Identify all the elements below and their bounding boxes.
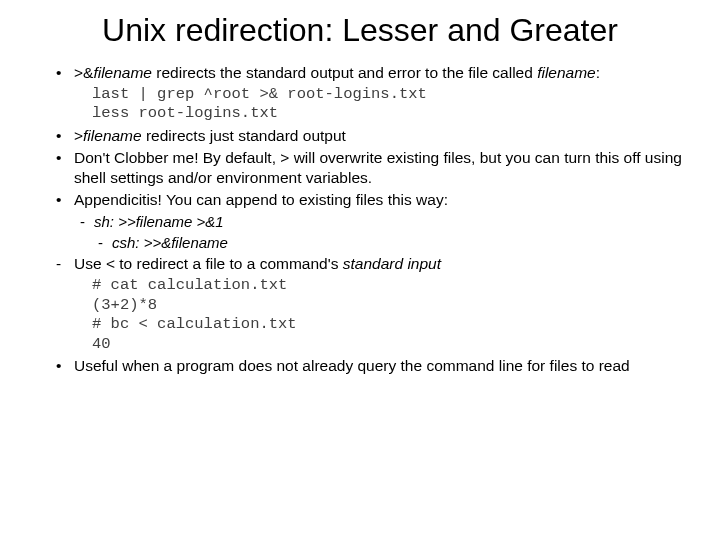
bullet-item-2: >filename redirects just standard output — [60, 126, 690, 146]
text: redirects the standard output and error … — [152, 64, 537, 81]
code-line: # cat calculation.txt — [92, 276, 690, 295]
code-line: # bc < calculation.txt — [92, 315, 690, 334]
code-line: last | grep ^root >& root-logins.txt — [92, 85, 690, 104]
sub-item-sh: sh: >>filename >&1 — [80, 212, 690, 232]
bullet-item-1: >&filename redirects the standard output… — [60, 63, 690, 124]
op-prefix: > — [74, 127, 83, 144]
code-line: less root-logins.txt — [92, 104, 690, 123]
text: Appendicitis! You can append to existing… — [74, 191, 448, 208]
bullet-list: >&filename redirects the standard output… — [30, 63, 690, 376]
bullet-item-6: Useful when a program does not already q… — [60, 356, 690, 376]
text: : — [596, 64, 600, 81]
text: Use — [74, 255, 106, 272]
slide-title: Unix redirection: Lesser and Greater — [30, 12, 690, 49]
filename-italic: filename — [93, 64, 152, 81]
op-prefix: >& — [74, 64, 93, 81]
bullet-item-5: Use < to redirect a file to a command's … — [60, 254, 690, 354]
filename-italic: filename — [83, 127, 142, 144]
stdin-italic: standard input — [343, 255, 441, 272]
code-line: 40 — [92, 335, 690, 354]
slide: Unix redirection: Lesser and Greater >&f… — [0, 0, 720, 376]
sub-item-csh: csh: >>&filename — [98, 233, 690, 253]
text: redirects just standard output — [142, 127, 346, 144]
sub-list: sh: >>filename >&1 csh: >>&filename — [80, 212, 690, 252]
bullet-item-3: Don't Clobber me! By default, > will ove… — [60, 148, 690, 188]
filename-italic: filename — [537, 64, 596, 81]
code-line: (3+2)*8 — [92, 296, 690, 315]
bullet-item-4: Appendicitis! You can append to existing… — [60, 190, 690, 252]
op-less-than: < — [106, 255, 115, 272]
text: to redirect a file to a command's — [115, 255, 343, 272]
